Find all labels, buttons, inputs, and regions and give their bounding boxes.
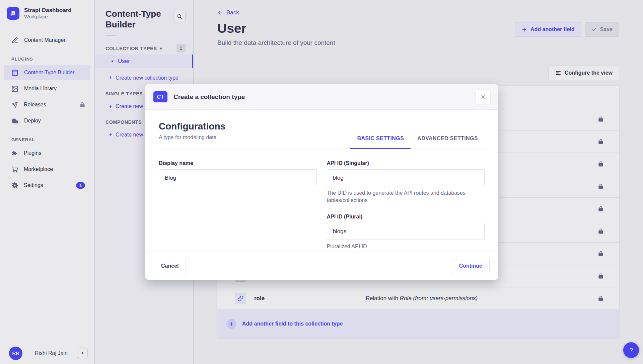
modal-header: CT Create a collection type (145, 84, 498, 110)
ct-badge: CT (153, 91, 167, 102)
api-id-plural-label: API ID (Plural) (327, 214, 485, 220)
settings-tabs: BASIC SETTINGS ADVANCED SETTINGS (350, 135, 485, 149)
api-id-singular-hint: The UID is used to generate the API rout… (327, 189, 485, 204)
api-id-plural-field: API ID (Plural) Pluralized API ID (327, 214, 485, 250)
tab-advanced-settings[interactable]: ADVANCED SETTINGS (411, 135, 485, 149)
display-name-field: Display name (159, 160, 317, 186)
api-id-singular-input[interactable] (327, 169, 485, 186)
api-id-plural-hint: Pluralized API ID (327, 243, 485, 250)
app-root: Strapi Dashboard Workplace Content Manag… (0, 0, 643, 364)
display-name-input[interactable] (159, 169, 317, 186)
tab-basic-settings[interactable]: BASIC SETTINGS (350, 135, 411, 149)
continue-button[interactable]: Continue (452, 259, 490, 273)
close-icon (480, 94, 486, 100)
modal-intro: Configurations A type for modeling data … (159, 121, 485, 149)
create-collection-type-modal: CT Create a collection type Configuratio… (145, 84, 498, 280)
api-id-singular-field: API ID (Singular) The UID is used to gen… (327, 160, 485, 204)
api-id-singular-label: API ID (Singular) (327, 160, 485, 166)
close-button[interactable] (476, 89, 491, 104)
api-id-plural-input[interactable] (327, 223, 485, 240)
modal-form: Display name API ID (Singular) The UID i… (159, 160, 485, 260)
modal-footer: Cancel Continue (145, 252, 498, 280)
cancel-button[interactable]: Cancel (154, 259, 186, 273)
configurations-heading: Configurations (159, 121, 485, 132)
modal-body: Configurations A type for modeling data … (145, 110, 498, 260)
modal-title: Create a collection type (173, 93, 245, 101)
display-name-label: Display name (159, 160, 317, 166)
